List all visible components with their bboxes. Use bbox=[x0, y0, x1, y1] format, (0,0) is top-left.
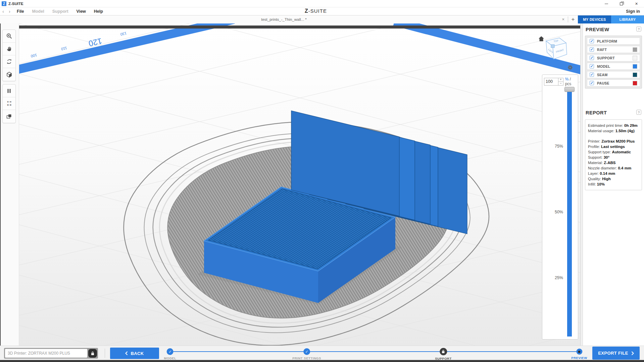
layer-slider-track[interactable] bbox=[567, 92, 572, 337]
layer-slider-handle[interactable] bbox=[564, 87, 575, 92]
toggle-platform[interactable]: ✓ PLATFORM bbox=[587, 38, 640, 45]
cube-icon bbox=[6, 71, 12, 78]
report-label: Support: bbox=[588, 155, 604, 159]
tab-my-devices[interactable]: MY DEVICES bbox=[578, 15, 611, 23]
report-label: Infill: bbox=[588, 182, 597, 186]
checkbox-raft[interactable]: ✓ bbox=[590, 47, 594, 52]
unit-separator: / bbox=[570, 77, 571, 82]
toggle-pause[interactable]: ✓ PAUSE bbox=[587, 80, 640, 87]
report-box: Estimated print time: 0h 29m Material us… bbox=[585, 119, 642, 190]
checkbox-platform[interactable]: ✓ bbox=[590, 39, 594, 43]
tab-library[interactable]: LIBRARY bbox=[611, 15, 644, 23]
report-label: Support type: bbox=[588, 150, 612, 154]
close-icon: × bbox=[635, 1, 638, 6]
home-icon[interactable] bbox=[539, 36, 544, 41]
printer-selector bbox=[4, 348, 98, 359]
values-icon: + = × ≡ bbox=[6, 100, 12, 107]
toggle-raft[interactable]: ✓ RAFT bbox=[587, 46, 640, 53]
step-label: PREVIEW bbox=[571, 356, 587, 360]
step-preview[interactable]: PREVIEW bbox=[571, 346, 587, 360]
checkbox-model[interactable]: ✓ bbox=[590, 64, 594, 68]
report-help-button[interactable]: ? bbox=[636, 110, 641, 115]
nav-back-button[interactable]: ‹ bbox=[0, 8, 6, 14]
step-done-icon: ✓ bbox=[303, 348, 310, 355]
preview-help-button[interactable]: ? bbox=[636, 27, 641, 32]
toggle-label: RAFT bbox=[597, 48, 607, 52]
ruler-band-left bbox=[19, 23, 234, 74]
swatch-model bbox=[633, 64, 637, 69]
toggle-support[interactable]: ✓ SUPPORT bbox=[587, 54, 640, 61]
report-value: High bbox=[602, 177, 611, 181]
step-label: PRINT SETTINGS bbox=[292, 356, 321, 360]
menu-file[interactable]: File bbox=[13, 9, 28, 14]
layer-slider-panel: + − % / pcs 75% 50% 25% bbox=[542, 74, 578, 340]
menu-view[interactable]: View bbox=[72, 9, 90, 14]
report-label: Estimated print time: bbox=[588, 123, 624, 127]
printer-input[interactable] bbox=[5, 349, 87, 358]
chevron-right-icon bbox=[631, 351, 634, 355]
app-logo-icon: Z bbox=[2, 1, 6, 6]
report-line: Material: Z-ABS bbox=[588, 160, 639, 165]
pan-tool-button[interactable] bbox=[3, 43, 15, 55]
step-print-settings[interactable]: ✓ PRINT SETTINGS bbox=[292, 346, 321, 360]
printer-lock-button[interactable] bbox=[88, 349, 97, 358]
zsuite-logo-text: -SUITE bbox=[308, 8, 327, 14]
window-bottom-edge bbox=[0, 360, 644, 362]
report-label: Printer: bbox=[588, 139, 601, 143]
right-panel: PREVIEW ? ✓ PLATFORM ✓ RAFT ✓ SUPPORT ✓ … bbox=[583, 23, 644, 346]
minimize-button[interactable] bbox=[599, 0, 614, 7]
export-file-button[interactable]: EXPORT FILE bbox=[592, 347, 640, 360]
report-line: Layer: 0.14 mm bbox=[588, 171, 639, 176]
minimize-icon bbox=[605, 4, 608, 4]
zoom-tool-button[interactable] bbox=[3, 30, 15, 43]
step-done-icon: ✓ bbox=[167, 348, 174, 355]
toggle-model[interactable]: ✓ MODEL bbox=[587, 63, 640, 70]
slider-unit-label: % / pcs bbox=[565, 77, 578, 86]
report-line: Material usage: 1.50m (4g) bbox=[588, 128, 639, 134]
toggle-label: SEAM bbox=[597, 73, 608, 77]
zsuite-logo: Z-SUITE bbox=[305, 8, 342, 14]
back-button[interactable]: BACK bbox=[110, 348, 159, 359]
spinner-up-button[interactable]: + bbox=[558, 78, 563, 82]
spinner-down-button[interactable]: − bbox=[558, 82, 563, 85]
pcs-label: pcs bbox=[565, 82, 572, 86]
tab-close-icon[interactable]: × bbox=[562, 17, 564, 22]
ruler-label: 130 bbox=[120, 31, 127, 37]
step-model[interactable]: ✓ MODEL bbox=[164, 346, 177, 360]
toggle-seam[interactable]: ✓ SEAM bbox=[587, 71, 640, 78]
gear-icon[interactable] bbox=[568, 65, 573, 70]
view-cube-widget[interactable]: TOP LEFT FRONT bbox=[535, 31, 576, 73]
chevron-left-icon bbox=[125, 351, 128, 355]
sign-in-link[interactable]: Sign in bbox=[626, 9, 640, 14]
layer-percent-input[interactable] bbox=[544, 78, 558, 86]
report-value: Z-ABS bbox=[604, 161, 615, 165]
footer-bar: BACK ✓ MODEL ✓ PRINT SETTINGS SUPPORT PR… bbox=[0, 346, 644, 360]
lock-icon bbox=[91, 351, 95, 356]
maximize-button[interactable] bbox=[614, 0, 629, 7]
rotate-tool-button[interactable] bbox=[3, 55, 15, 68]
layers-icon bbox=[6, 113, 12, 119]
print-values-button[interactable]: + = × ≡ bbox=[3, 97, 15, 110]
report-value: 10% bbox=[597, 182, 605, 186]
nav-forward-button[interactable]: › bbox=[6, 8, 13, 14]
pause-points-button[interactable] bbox=[3, 85, 15, 97]
step-label: MODEL bbox=[164, 356, 177, 360]
viewport-3d[interactable]: 100 110 120 130 bbox=[19, 23, 580, 346]
checkbox-pause[interactable]: ✓ bbox=[590, 81, 594, 85]
percent-sign: % bbox=[565, 77, 569, 82]
checkbox-seam[interactable]: ✓ bbox=[590, 72, 594, 77]
checkbox-support[interactable]: ✓ bbox=[590, 56, 594, 60]
menu-help[interactable]: Help bbox=[90, 9, 107, 14]
new-tab-button[interactable]: + bbox=[568, 15, 578, 23]
app-title: Z-SUITE bbox=[8, 2, 23, 6]
view-mode-button[interactable] bbox=[3, 68, 15, 81]
close-button[interactable]: × bbox=[629, 0, 644, 7]
stepper-line bbox=[170, 351, 579, 352]
document-tab[interactable]: test_prints_-_Thin_wall... * × bbox=[0, 15, 568, 23]
ruler-label: 100 bbox=[31, 53, 38, 58]
view-cube-corner[interactable] bbox=[551, 45, 554, 48]
layers-preview-button[interactable] bbox=[3, 110, 15, 123]
step-support[interactable]: SUPPORT bbox=[435, 346, 451, 360]
report-value: Zortrax M200 Plus bbox=[601, 139, 635, 143]
panel-scrollbar[interactable] bbox=[580, 23, 583, 346]
